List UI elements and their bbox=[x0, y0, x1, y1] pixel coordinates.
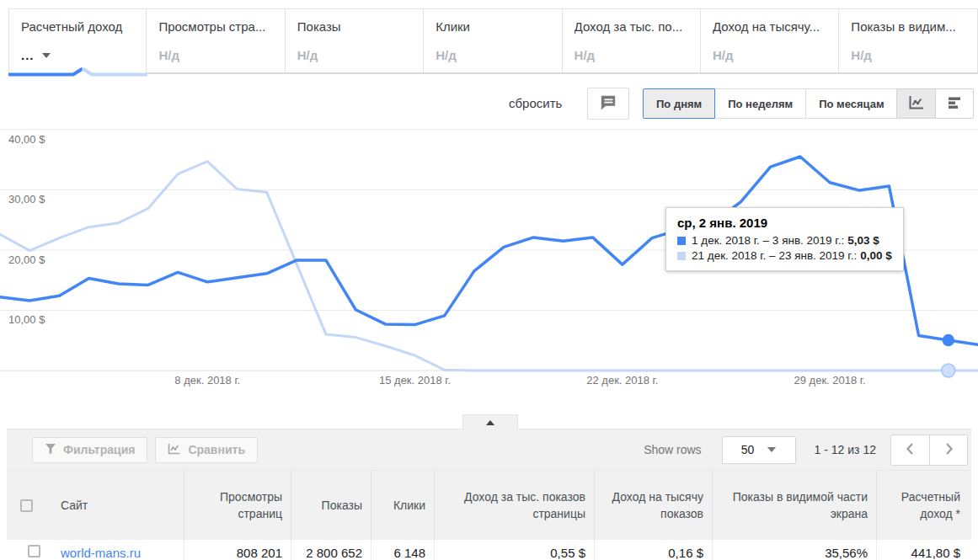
series-swatch-icon bbox=[677, 237, 686, 245]
metric-card-value: Н/д bbox=[297, 48, 423, 62]
y-axis-tick-label: 10,00 $ bbox=[8, 313, 45, 326]
reset-link[interactable]: сбросить bbox=[509, 96, 562, 110]
select-all-checkbox[interactable] bbox=[20, 499, 33, 512]
metric-card-value: Н/д bbox=[713, 48, 838, 62]
line-chart-icon bbox=[908, 95, 925, 113]
page-range-label: 1 - 12 из 12 bbox=[815, 443, 876, 456]
tooltip-date-title: ср, 2 янв. 2019 bbox=[677, 216, 892, 230]
x-axis-tick-label: 29 дек. 2018 г. bbox=[794, 374, 866, 387]
column-header-7[interactable]: Расчетный доход * bbox=[876, 471, 971, 540]
column-header-0[interactable]: Сайт bbox=[49, 471, 184, 540]
y-axis-tick-label: 30,00 $ bbox=[8, 193, 45, 205]
metric-underline bbox=[700, 72, 839, 74]
tooltip-series-row-0: 1 дек. 2018 г. – 3 янв. 2019 г.:5,03 $ bbox=[677, 234, 892, 247]
bar-list-view-button[interactable] bbox=[935, 89, 973, 118]
table-header-row: СайтПросмотры страницПоказыКликиДоход за… bbox=[7, 470, 971, 540]
rpm-pages-cell: 0,55 $ bbox=[434, 540, 594, 560]
metric-underline bbox=[562, 72, 701, 74]
next-page-button[interactable] bbox=[929, 435, 967, 465]
series-swatch-icon bbox=[677, 252, 686, 260]
chart-view-toggle bbox=[896, 88, 974, 119]
filter-funnel-icon bbox=[45, 443, 56, 457]
x-axis-tick-label: 15 дек. 2018 г. bbox=[379, 374, 451, 387]
chevron-down-icon bbox=[767, 447, 776, 452]
pager bbox=[890, 435, 968, 466]
metric-card-value: Н/д bbox=[575, 48, 700, 62]
metric-card-value: Н/д bbox=[436, 48, 561, 62]
metric-card-6[interactable]: Показы в видим...Н/д bbox=[839, 8, 977, 74]
metric-card-3[interactable]: КликиН/д bbox=[424, 8, 562, 74]
bar-list-icon bbox=[946, 95, 963, 113]
metric-cards-row: Расчетный доход...Просмотры стра...Н/дПо… bbox=[8, 8, 978, 74]
metric-card-label: Доход на тысячу... bbox=[713, 19, 838, 34]
chart-tooltip: ср, 2 янв. 2019 1 дек. 2018 г. – 3 янв. … bbox=[665, 207, 904, 271]
metric-card-label: Показы bbox=[297, 19, 423, 34]
granularity-button-1[interactable]: По неделям bbox=[715, 88, 806, 119]
metric-card-4[interactable]: Доход за тыс. по...Н/д bbox=[563, 8, 701, 74]
chevron-down-icon bbox=[42, 53, 51, 58]
select-all-checkbox-cell bbox=[7, 471, 49, 540]
metric-card-label: Просмотры стра... bbox=[158, 19, 284, 34]
column-header-6[interactable]: Показы в видимой части экрана bbox=[712, 471, 876, 540]
highlighted-point-previous[interactable] bbox=[942, 364, 955, 377]
metric-card-5[interactable]: Доход на тысячу...Н/д bbox=[701, 8, 839, 74]
column-header-2[interactable]: Показы bbox=[291, 471, 371, 540]
metric-card-value: ... bbox=[21, 48, 146, 62]
metric-card-label: Расчетный доход bbox=[21, 19, 146, 34]
metric-card-1[interactable]: Просмотры стра...Н/д bbox=[147, 8, 285, 74]
feedback-comment-button[interactable] bbox=[587, 88, 629, 120]
y-axis-tick-label: 20,00 $ bbox=[8, 253, 45, 266]
compare-button-label: Сравнить bbox=[188, 443, 245, 456]
adsense-report-screen: Расчетный доход...Просмотры стра...Н/дПо… bbox=[0, 0, 978, 560]
viewability-cell: 35,56% bbox=[712, 540, 876, 560]
metric-underline bbox=[838, 72, 977, 74]
rows-per-page-select[interactable]: 50 bbox=[722, 436, 796, 464]
metric-card-value: Н/д bbox=[158, 48, 284, 62]
collapse-arrow-icon bbox=[486, 420, 494, 425]
page-views-cell: 808 201 bbox=[184, 540, 291, 560]
metric-underline bbox=[285, 72, 424, 74]
compare-chart-icon bbox=[168, 443, 181, 457]
impressions-cell: 2 800 652 bbox=[291, 540, 371, 560]
metric-card-2[interactable]: ПоказыН/д bbox=[286, 8, 424, 74]
column-header-3[interactable]: Клики bbox=[371, 471, 434, 540]
metric-card-label: Доход за тыс. по... bbox=[575, 19, 700, 34]
chevron-right-icon bbox=[940, 440, 957, 460]
x-axis-tick-label: 8 дек. 2018 г. bbox=[174, 374, 240, 387]
table-toolbar: Фильтрация Сравнить Show rows 50 1 - 12 … bbox=[7, 429, 971, 470]
column-header-4[interactable]: Доход за тыс. показов страницы bbox=[434, 471, 594, 540]
granularity-button-2[interactable]: По месяцам bbox=[806, 88, 897, 119]
metric-underline bbox=[423, 72, 562, 74]
metric-card-label: Показы в видим... bbox=[851, 19, 976, 34]
rpm-impressions-cell: 0,16 $ bbox=[594, 540, 712, 560]
previous-page-button[interactable] bbox=[891, 435, 929, 465]
filter-button[interactable]: Фильтрация bbox=[32, 437, 147, 463]
metric-card-label: Клики bbox=[436, 19, 561, 34]
tooltip-series-row-1: 21 дек. 2018 г. – 23 янв. 2019 г.:0,00 $ bbox=[677, 249, 892, 262]
granularity-button-group: По днямПо неделямПо месяцам bbox=[643, 88, 898, 119]
x-axis-tick-label: 22 дек. 2018 г. bbox=[586, 374, 658, 387]
clicks-cell: 6 148 bbox=[371, 540, 434, 560]
column-header-5[interactable]: Доход на тысячу показов bbox=[594, 471, 712, 540]
line-chart-view-button[interactable] bbox=[897, 89, 935, 118]
rows-per-page-value: 50 bbox=[741, 443, 755, 456]
granularity-button-0[interactable]: По дням bbox=[643, 88, 715, 119]
highlighted-point-current[interactable] bbox=[943, 335, 954, 346]
row-checkbox-cell bbox=[7, 540, 49, 560]
metric-card-0[interactable]: Расчетный доход... bbox=[8, 8, 147, 74]
column-header-1[interactable]: Просмотры страниц bbox=[184, 471, 291, 540]
site-link[interactable]: world-mans.ru bbox=[61, 546, 141, 560]
revenue-cell: 441,80 $ bbox=[876, 540, 971, 560]
metric-card-value: Н/д bbox=[851, 48, 976, 62]
compare-button[interactable]: Сравнить bbox=[155, 437, 258, 463]
collapse-chart-button[interactable] bbox=[462, 414, 518, 429]
filter-button-label: Фильтрация bbox=[63, 443, 135, 456]
show-rows-label: Show rows bbox=[644, 443, 701, 456]
chevron-left-icon bbox=[902, 440, 919, 460]
speech-bubble-icon bbox=[599, 94, 617, 114]
metric-underline bbox=[146, 72, 285, 74]
y-axis-tick-label: 40,00 $ bbox=[8, 133, 45, 146]
table-row: world-mans.ru 808 201 2 800 652 6 148 0,… bbox=[7, 540, 971, 560]
site-cell: world-mans.ru bbox=[49, 540, 184, 560]
row-checkbox[interactable] bbox=[28, 545, 40, 557]
